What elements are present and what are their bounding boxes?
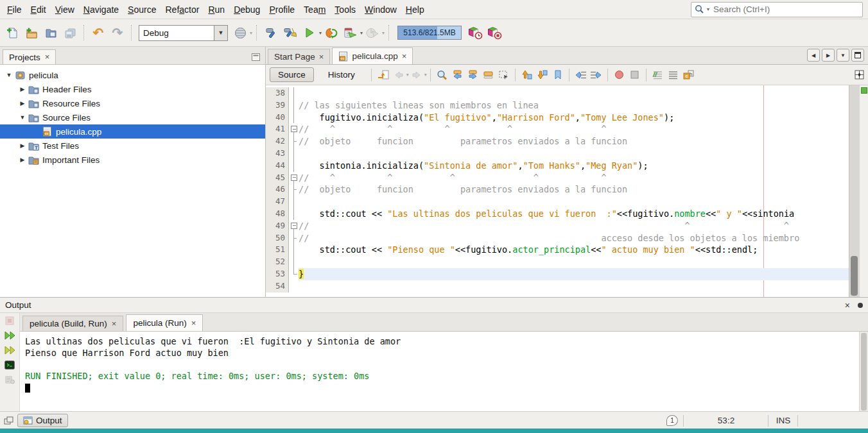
tree-item-test-files[interactable]: ▶TTest Files (0, 139, 265, 153)
search-icon[interactable] (695, 4, 704, 14)
expander-icon[interactable]: ▶ (17, 86, 28, 92)
code-line[interactable]: 43 (266, 148, 849, 160)
output-tab-pelicula-run-[interactable]: pelicula (Run)× (126, 314, 203, 331)
editor-tab-pelicula-cpp[interactable]: ccpelicula.cpp× (332, 47, 413, 64)
gutter-line-number[interactable]: 45 (266, 172, 289, 184)
new-file-button[interactable] (3, 22, 22, 43)
code-line[interactable]: 39// las siguientes lineas son miembros … (266, 99, 849, 112)
code-line[interactable]: 51 std::cout << "Pienso que "<<fugitivo.… (266, 244, 849, 256)
gutter-line-number[interactable]: 38 (266, 87, 289, 99)
notifications-badge[interactable]: 1 (666, 415, 678, 426)
code-line[interactable]: 45// ^ ^ ^ ^ ^ (266, 172, 849, 184)
code-line[interactable]: 52 (266, 256, 849, 268)
find-next-button[interactable] (465, 67, 481, 83)
code-line[interactable]: 38 (266, 87, 849, 99)
code-line[interactable]: 49// ^ ^ (266, 220, 849, 232)
code-line[interactable]: 46// objeto funcion parametros enviados … (266, 183, 849, 196)
fold-toggle-icon[interactable] (289, 172, 299, 184)
comment-button[interactable]: // (650, 67, 666, 83)
code-line[interactable]: 42// objeto funcion parametros enviados … (266, 135, 849, 148)
profiling-stop-button[interactable] (485, 22, 504, 43)
profile-running-caret-icon[interactable]: ▾ (382, 30, 385, 36)
menu-navigate[interactable]: Navigate (79, 1, 123, 18)
code-line[interactable]: 40 fugitivo.inicializa("El fugitivo","Ha… (266, 112, 849, 124)
tree-item-important-files[interactable]: ▶Important Files (0, 153, 265, 167)
float-window-icon[interactable] (858, 303, 863, 308)
shift-line-right-button[interactable] (589, 67, 604, 83)
code-line[interactable]: 47 (266, 196, 849, 208)
profile-project-button[interactable] (341, 22, 360, 43)
code-text-area[interactable]: 3839// las siguientes lineas son miembro… (266, 85, 849, 297)
menu-edit[interactable]: Edit (26, 1, 51, 18)
gutter-line-number[interactable]: 43 (266, 148, 289, 160)
menu-refactor[interactable]: Refactor (161, 1, 204, 18)
source-view-button[interactable]: Source (270, 67, 314, 82)
maximize-window-icon[interactable] (851, 49, 864, 62)
new-project-button[interactable] (22, 22, 41, 43)
menu-help[interactable]: Help (401, 1, 429, 18)
code-line[interactable]: 48 std::cout << "Las ultinas dos pelicul… (266, 208, 849, 220)
memory-indicator[interactable]: 513.6/821.5MB (397, 26, 462, 40)
next-bookmark-button[interactable] (535, 67, 550, 83)
close-icon[interactable]: × (45, 54, 50, 60)
terminal-button[interactable] (4, 361, 15, 369)
rerun-with-options-button[interactable] (4, 346, 15, 355)
tree-item-source-files[interactable]: ▼Source Files (0, 110, 265, 124)
forward-caret-icon[interactable]: ▾ (424, 72, 427, 78)
menu-profile[interactable]: Profile (265, 1, 299, 18)
editor-tab-start-page[interactable]: Start Page× (268, 49, 330, 64)
clean-build-project-button[interactable] (281, 22, 300, 43)
gutter-line-number[interactable]: 39 (266, 99, 289, 112)
output-tab-pelicula-build-run-[interactable]: pelicula (Build, Run)× (22, 316, 123, 331)
deploy-caret-icon[interactable]: ▾ (250, 30, 252, 36)
search-input[interactable] (712, 4, 859, 15)
close-icon[interactable]: × (191, 320, 196, 327)
error-stripe[interactable] (859, 85, 868, 297)
gutter-line-number[interactable]: 48 (266, 208, 289, 220)
menu-team[interactable]: Team (299, 1, 330, 18)
history-view-button[interactable]: History (320, 68, 363, 81)
code-line[interactable]: 54 (266, 280, 849, 293)
code-line[interactable]: 44 sintonia.inicializa("Sintonia de amor… (266, 160, 849, 172)
menu-file[interactable]: File (3, 1, 26, 18)
deploy-button[interactable] (230, 22, 250, 43)
gutter-line-number[interactable]: 53 (266, 268, 289, 280)
output-vertical-scrollbar[interactable] (859, 332, 868, 412)
configuration-select[interactable]: Debug ▼ (139, 25, 228, 41)
quick-search[interactable]: ▾ (691, 2, 863, 17)
uncomment-button[interactable] (666, 67, 681, 83)
rectangular-selection-button[interactable] (496, 67, 512, 83)
open-project-button[interactable] (41, 22, 60, 43)
combo-arrow-icon[interactable]: ▼ (214, 26, 227, 40)
profiling-snapshot-button[interactable] (465, 22, 485, 43)
menu-run[interactable]: Run (204, 1, 229, 18)
gutter-line-number[interactable]: 46 (266, 183, 289, 196)
tab-list-icon[interactable]: ▼ (837, 49, 849, 62)
close-window-icon[interactable]: × (845, 300, 850, 310)
undo-button[interactable]: ↶ (89, 22, 108, 43)
redo-button[interactable]: ↷ (108, 22, 127, 43)
close-icon[interactable]: × (112, 321, 117, 327)
tree-item-resource-files[interactable]: ▶Resource Files (0, 96, 265, 110)
code-line[interactable]: 50// acceso desde los objetos a los miem… (266, 232, 849, 244)
gutter-line-number[interactable]: 41 (266, 123, 289, 135)
editor-vertical-scrollbar[interactable] (849, 85, 859, 297)
previous-bookmark-button[interactable] (519, 67, 535, 83)
scrollbar-thumb[interactable] (851, 256, 858, 296)
output-settings-button[interactable] (5, 375, 15, 384)
code-line[interactable]: 41// ^ ^ ^ ^ ^ (266, 123, 849, 135)
stop-macro-recording-button[interactable] (627, 67, 643, 83)
menu-window[interactable]: Window (360, 1, 401, 18)
forward-button[interactable] (409, 67, 424, 83)
gutter-line-number[interactable]: 40 (266, 112, 289, 124)
gutter-line-number[interactable]: 52 (266, 256, 289, 268)
stop-process-button[interactable] (5, 316, 14, 325)
go-to-header-source-button[interactable]: hc (681, 67, 697, 83)
close-icon[interactable]: × (319, 54, 324, 60)
save-all-button[interactable] (60, 22, 80, 43)
back-button[interactable] (391, 67, 406, 83)
expander-icon[interactable]: ▼ (4, 72, 14, 78)
toggle-highlight-button[interactable] (481, 67, 496, 83)
gutter-line-number[interactable]: 47 (266, 196, 289, 208)
menu-debug[interactable]: Debug (229, 1, 265, 18)
